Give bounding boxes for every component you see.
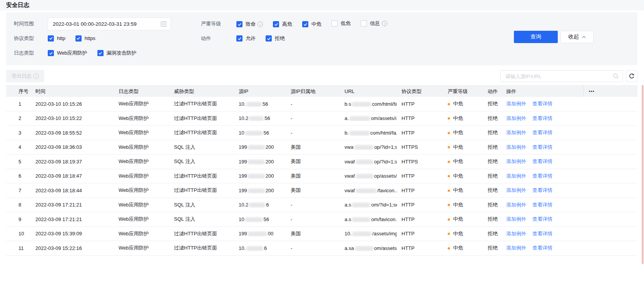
view-details-link[interactable]: 查看详情 <box>532 202 552 208</box>
search-input[interactable] <box>500 70 623 82</box>
redacted-text <box>248 231 268 236</box>
checkbox-checked-icon[interactable] <box>236 21 243 27</box>
cell-seq: 10 <box>6 231 31 236</box>
checkbox-item-漏洞攻击防护[interactable]: 漏洞攻击防护 <box>97 50 137 57</box>
cell-threat-type: SQL 注入 <box>169 201 234 208</box>
cell-time: 2022-03-09 15:22:16 <box>31 245 114 251</box>
cell-action: 拒绝 <box>483 158 502 165</box>
add-exception-link[interactable]: 添加例外 <box>506 245 526 251</box>
add-exception-link[interactable]: 添加例外 <box>506 173 526 179</box>
cell-operations: 添加例外查看详情 <box>502 158 583 165</box>
cell-severity: 中危 <box>443 144 483 151</box>
add-exception-link[interactable]: 添加例外 <box>506 231 526 236</box>
search-icon[interactable] <box>613 73 619 79</box>
refresh-icon <box>629 73 635 79</box>
vertical-scrollbar[interactable] <box>642 85 644 264</box>
cell-time: 2022-03-10 10:15:22 <box>31 115 114 121</box>
checkbox-checked-icon[interactable] <box>302 21 308 27</box>
redacted-text <box>351 102 371 107</box>
cell-seq: 8 <box>6 202 31 208</box>
checkbox-item-致命[interactable]: 致命i <box>236 21 263 28</box>
checkbox-checked-icon[interactable] <box>97 50 104 56</box>
collapse-button[interactable]: 收起 <box>560 31 594 43</box>
check-icon <box>49 36 53 40</box>
view-details-link[interactable]: 查看详情 <box>532 101 552 107</box>
checkbox-checked-icon[interactable] <box>236 35 243 42</box>
check-icon <box>49 51 53 55</box>
checkbox-item-低危[interactable]: 低危 <box>331 20 351 27</box>
checkbox-label: 高危 <box>282 21 292 28</box>
checkbox-unchecked-icon[interactable] <box>331 20 338 27</box>
view-details-link[interactable]: 查看详情 <box>532 231 552 236</box>
severity-dot-icon <box>448 175 450 177</box>
severity-text: 中危 <box>453 202 463 208</box>
filter-row-1: 时间范围 2022-03-01 00:00-2022-03-31 23:59 严… <box>14 17 630 31</box>
add-exception-link[interactable]: 添加例外 <box>506 216 526 222</box>
collapse-button-label: 收起 <box>568 33 579 40</box>
checkbox-item-中危[interactable]: 中危 <box>302 21 321 28</box>
export-logs-button[interactable]: 导出日志 i <box>6 70 44 82</box>
redacted-text <box>248 188 265 193</box>
view-details-link[interactable]: 查看详情 <box>532 173 552 179</box>
cell-threat-type: 过滤HTTP出错页面 <box>169 129 234 136</box>
table-row: 12022-03-10 10:15:26Web应用防护过滤HTTP出错页面10.… <box>6 97 637 112</box>
add-exception-link[interactable]: 添加例外 <box>506 130 526 135</box>
checkbox-item-允许[interactable]: 允许 <box>236 35 256 42</box>
checkbox-checked-icon[interactable] <box>48 35 54 42</box>
cell-seq: 5 <box>6 159 31 165</box>
table-row: 62022-03-09 18:18:47Web应用防护过滤HTTP出错页面199… <box>6 169 637 184</box>
column-header-1: 序号 <box>6 88 31 95</box>
checkbox-item-Web应用防护[interactable]: Web应用防护 <box>48 50 87 57</box>
add-exception-link[interactable]: 添加例外 <box>506 115 526 121</box>
checkbox-checked-icon[interactable] <box>273 21 279 27</box>
checkbox-unchecked-icon[interactable] <box>361 20 367 27</box>
table-row: 72022-03-09 18:18:44Web应用防护过滤HTTP出错页面199… <box>6 183 637 198</box>
add-exception-link[interactable]: 添加例外 <box>506 202 526 208</box>
checkbox-item-https[interactable]: https <box>75 35 95 42</box>
checkbox-checked-icon[interactable] <box>75 35 82 42</box>
cell-action: 拒绝 <box>483 230 502 237</box>
column-settings-button[interactable] <box>583 86 637 97</box>
checkbox-checked-icon[interactable] <box>266 35 272 42</box>
add-exception-link[interactable]: 添加例外 <box>506 158 526 164</box>
add-exception-link[interactable]: 添加例外 <box>506 101 526 107</box>
filter-row-3: 日志类型 Web应用防护漏洞攻击防护 <box>14 46 630 60</box>
severity-label: 严重等级 <box>201 20 236 27</box>
redacted-text <box>246 246 264 251</box>
cell-operations: 添加例外查看详情 <box>502 187 583 194</box>
add-exception-link[interactable]: 添加例外 <box>506 187 526 193</box>
checkbox-item-http[interactable]: http <box>48 35 65 42</box>
view-details-link[interactable]: 查看详情 <box>532 130 552 135</box>
cell-action: 拒绝 <box>483 187 502 194</box>
checkbox-item-高危[interactable]: 高危 <box>273 21 292 28</box>
add-exception-link[interactable]: 添加例外 <box>506 144 526 150</box>
severity-text: 中危 <box>453 130 463 135</box>
view-details-link[interactable]: 查看详情 <box>532 144 552 150</box>
cell-protocol: HTTP <box>397 115 443 121</box>
view-details-link[interactable]: 查看详情 <box>532 115 552 121</box>
log-type-label: 日志类型 <box>14 50 48 57</box>
chevron-up-icon <box>582 36 586 38</box>
view-details-link[interactable]: 查看详情 <box>532 187 552 193</box>
view-details-link[interactable]: 查看详情 <box>532 245 552 251</box>
view-details-link[interactable]: 查看详情 <box>532 158 552 164</box>
view-details-link[interactable]: 查看详情 <box>532 216 552 222</box>
cell-ip-location: - <box>286 130 340 136</box>
redacted-text <box>248 145 265 150</box>
query-button[interactable]: 查询 <box>514 31 558 43</box>
refresh-button[interactable] <box>626 70 637 82</box>
checkbox-item-信息[interactable]: 信息i <box>361 20 387 27</box>
cell-log-type: Web应用防护 <box>114 245 169 251</box>
redacted-text <box>355 160 374 165</box>
check-icon <box>267 37 271 41</box>
date-range-input[interactable]: 2022-03-01 00:00-2022-03-31 23:59 <box>48 17 171 30</box>
cell-protocol: HTTPS <box>397 144 443 150</box>
cell-threat-type: 过滤HTTP出错页面 <box>169 100 234 107</box>
cell-protocol: HTTP <box>397 173 443 179</box>
checkbox-item-拒绝[interactable]: 拒绝 <box>266 35 285 42</box>
column-header-7: URL <box>340 88 397 94</box>
cell-protocol: HTTP <box>397 216 443 222</box>
severity-dot-icon <box>448 218 450 221</box>
checkbox-checked-icon[interactable] <box>48 50 54 56</box>
column-header-6: 源IP归属地 <box>286 88 340 95</box>
